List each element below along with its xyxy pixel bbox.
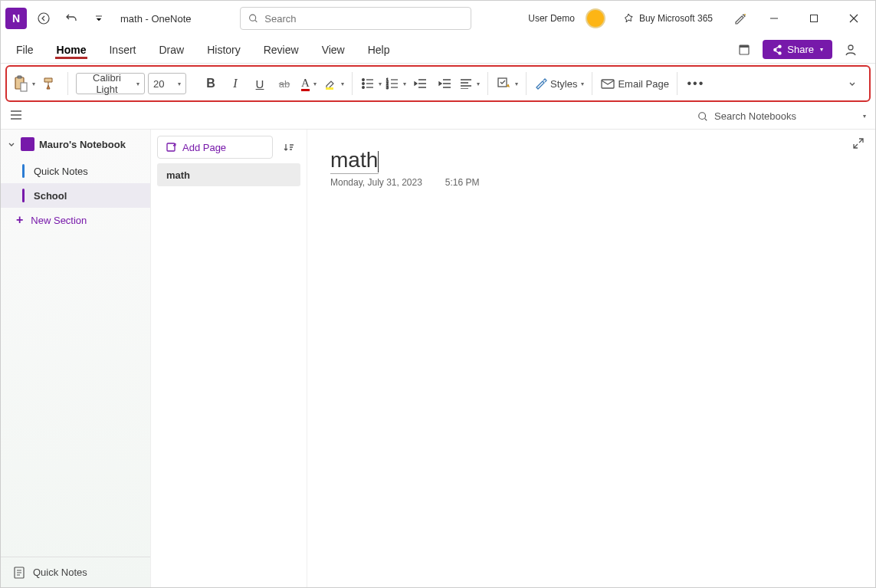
search-input[interactable] xyxy=(264,13,463,25)
svg-point-6 xyxy=(779,45,781,48)
ribbon-collapse-button[interactable] xyxy=(842,71,863,96)
new-section-button[interactable]: + New Section xyxy=(1,208,150,232)
paste-button[interactable]: ▾ xyxy=(13,71,35,96)
notebook-search-label: Search Notebooks xyxy=(714,110,855,122)
sidebar: Mauro's Notebook Quick Notes School + Ne… xyxy=(1,130,151,587)
bold-button[interactable]: B xyxy=(200,71,221,96)
notebook-search[interactable]: Search Notebooks ▾ xyxy=(697,110,866,122)
italic-button[interactable]: I xyxy=(225,71,246,96)
notebook-header[interactable]: Mauro's Notebook xyxy=(1,130,150,159)
add-page-button[interactable]: Add Page xyxy=(157,136,273,159)
svg-rect-12 xyxy=(21,83,27,91)
text-cursor xyxy=(378,151,379,172)
numbering-button[interactable]: 123▾ xyxy=(385,71,406,96)
nav-toggle-button[interactable] xyxy=(10,110,22,123)
maximize-button[interactable] xyxy=(797,7,831,30)
indent-button[interactable] xyxy=(434,71,455,96)
customize-qat-button[interactable] xyxy=(88,8,110,29)
close-button[interactable] xyxy=(837,7,871,30)
svg-rect-3 xyxy=(810,15,817,22)
page-timestamp: Monday, July 31, 2023 5:16 PM xyxy=(330,177,852,188)
font-size-select[interactable]: 20▾ xyxy=(148,73,186,94)
svg-point-1 xyxy=(250,15,256,21)
menu-draw[interactable]: Draw xyxy=(157,41,185,59)
align-button[interactable]: ▾ xyxy=(458,71,480,96)
strikethrough-button[interactable]: ab xyxy=(274,71,295,96)
buy-m365-button[interactable]: Buy Microsoft 365 xyxy=(616,9,719,28)
section-school[interactable]: School xyxy=(1,183,150,208)
back-button[interactable] xyxy=(33,8,54,29)
svg-rect-13 xyxy=(326,87,333,90)
undo-button[interactable] xyxy=(61,8,82,29)
page-title-input[interactable]: math xyxy=(330,148,379,174)
bullets-button[interactable]: ▾ xyxy=(360,71,382,96)
share-button[interactable]: Share ▾ xyxy=(763,40,832,59)
svg-rect-21 xyxy=(602,80,614,88)
svg-point-8 xyxy=(779,51,781,54)
styles-button[interactable]: Styles▾ xyxy=(534,71,584,96)
highlight-button[interactable]: ▾ xyxy=(323,71,344,96)
menu-insert[interactable]: Insert xyxy=(107,41,137,59)
notebook-icon xyxy=(21,137,34,151)
expand-canvas-button[interactable] xyxy=(852,137,865,153)
sort-pages-button[interactable] xyxy=(277,136,300,159)
menu-file[interactable]: File xyxy=(15,41,35,59)
underline-button[interactable]: U xyxy=(249,71,271,96)
account-button[interactable] xyxy=(840,39,861,61)
notebook-name: Mauro's Notebook xyxy=(39,139,126,150)
svg-rect-20 xyxy=(498,78,507,87)
buy-m365-label: Buy Microsoft 365 xyxy=(639,13,713,24)
svg-point-0 xyxy=(38,13,49,24)
divider xyxy=(487,72,488,95)
page-item-math[interactable]: math xyxy=(157,163,300,186)
menu-history[interactable]: History xyxy=(205,41,242,59)
app-mode-button[interactable] xyxy=(733,39,755,61)
canvas[interactable]: math Monday, July 31, 2023 5:16 PM xyxy=(307,130,875,587)
main: Mauro's Notebook Quick Notes School + Ne… xyxy=(1,130,875,587)
minimize-button[interactable] xyxy=(757,7,791,30)
svg-point-2 xyxy=(744,14,746,15)
document-title: math - OneNote xyxy=(120,13,192,25)
menubar: File Home Insert Draw History Review Vie… xyxy=(1,36,875,64)
avatar[interactable] xyxy=(586,8,605,28)
divider xyxy=(592,72,592,95)
svg-point-15 xyxy=(362,83,364,85)
svg-point-14 xyxy=(362,79,364,81)
more-button[interactable]: ••• xyxy=(685,71,707,96)
divider xyxy=(67,72,68,95)
svg-text:2: 2 xyxy=(386,81,389,86)
menu-view[interactable]: View xyxy=(320,41,346,59)
svg-text:3: 3 xyxy=(386,85,389,90)
format-painter-button[interactable] xyxy=(38,71,60,96)
svg-point-16 xyxy=(362,87,364,89)
share-label: Share xyxy=(787,44,814,55)
svg-rect-11 xyxy=(18,76,21,78)
svg-rect-5 xyxy=(740,45,749,48)
outdent-button[interactable] xyxy=(409,71,431,96)
page-list: Add Page math xyxy=(151,130,307,587)
svg-rect-24 xyxy=(167,143,175,151)
sidebar-footer-quicknotes[interactable]: Quick Notes xyxy=(1,557,150,587)
font-color-button[interactable]: A▾ xyxy=(298,71,320,96)
divider xyxy=(526,72,527,95)
global-search[interactable] xyxy=(240,7,471,30)
titlebar: N math - OneNote User Demo Buy Microsoft… xyxy=(1,1,875,36)
section-color-bar xyxy=(22,164,25,178)
menu-review[interactable]: Review xyxy=(262,41,300,59)
menu-home[interactable]: Home xyxy=(55,41,88,59)
ribbon-home: ▾ Calibri Light▾ 20▾ B I U ab A▾ ▾ ▾ 123… xyxy=(5,65,871,102)
user-name: User Demo xyxy=(528,13,575,24)
tag-button[interactable]: ▾ xyxy=(496,71,518,96)
svg-point-22 xyxy=(699,112,706,119)
svg-rect-10 xyxy=(15,77,24,89)
section-color-bar xyxy=(22,189,25,202)
svg-text:1: 1 xyxy=(386,77,389,82)
ink-button[interactable] xyxy=(730,8,751,29)
subbar: Search Notebooks ▾ xyxy=(1,103,875,130)
font-name-select[interactable]: Calibri Light▾ xyxy=(76,73,145,94)
email-page-button[interactable]: Email Page xyxy=(600,71,668,96)
app-icon: N xyxy=(5,8,27,29)
menu-help[interactable]: Help xyxy=(366,41,392,59)
section-quick-notes[interactable]: Quick Notes xyxy=(1,159,150,183)
svg-point-9 xyxy=(848,45,853,50)
